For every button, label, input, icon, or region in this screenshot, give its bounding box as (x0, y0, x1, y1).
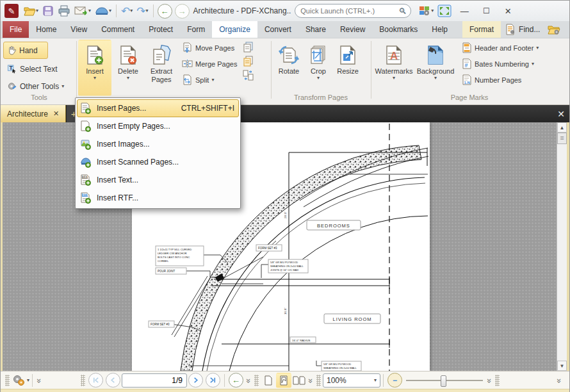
ribbon-tab-format[interactable]: Format (462, 21, 501, 38)
print-button[interactable] (56, 3, 72, 19)
facing-pages-layout-button[interactable] (291, 373, 307, 388)
toolbar-grip[interactable] (316, 375, 321, 386)
menu-item-insert-rtf[interactable]: RTF Insert RTF... (77, 189, 239, 207)
toolbar-grip[interactable] (81, 375, 85, 386)
toolbar-grip[interactable] (5, 375, 10, 386)
minimize-button[interactable]: — (453, 3, 475, 19)
ribbon-tab-form[interactable]: Form (180, 21, 212, 38)
scroll-down-button[interactable]: ▼ (557, 361, 567, 371)
toolbar-grip[interactable] (254, 375, 259, 386)
resize-button[interactable]: Resize (332, 40, 363, 94)
status-options-button[interactable]: ▾ (12, 374, 29, 387)
rotate-button[interactable]: Rotate (273, 40, 304, 94)
open-button[interactable]: ▾ (21, 3, 40, 19)
move-pages-button[interactable]: Move Pages (179, 40, 240, 56)
tools-group: Hand T Select Text Other Tools ▾ Tools (3, 40, 75, 102)
continuous-layout-button[interactable] (276, 373, 291, 388)
header-and-footer-label: Header and Footer (475, 44, 533, 52)
select-text-button[interactable]: T Select Text (3, 60, 75, 78)
document-tab-close-icon[interactable]: ✕ (53, 110, 59, 118)
vertical-scrollbar[interactable]: ▲ ☰ ▼ (557, 122, 567, 371)
maximize-button[interactable]: ☐ (475, 3, 497, 19)
zoom-out-button[interactable]: − (387, 373, 402, 388)
ribbon-tab-review[interactable]: Review (333, 21, 372, 38)
menu-item-insert-pages[interactable]: Insert Pages... CTRL+SHIFT+I (77, 99, 239, 117)
delete-button[interactable]: Delete ▾ (111, 40, 145, 94)
zoom-combobox[interactable]: 100% ▾ (323, 373, 380, 388)
menu-item-insert-empty-pages[interactable]: Insert Empty Pages... (77, 117, 239, 135)
search-icon: 🔍︎ (398, 6, 407, 16)
zoom-slider[interactable] (406, 374, 483, 387)
first-page-button[interactable] (88, 373, 103, 388)
insert-button[interactable]: Insert ▾ (78, 40, 111, 96)
bates-numbering-button[interactable]: # Bates Numbering ▾ (459, 56, 541, 72)
email-button[interactable]: ▾ (72, 3, 93, 19)
page-number-field[interactable] (122, 373, 187, 388)
layout-options-chevron-icon[interactable]: » (307, 377, 315, 384)
pour-joint-callout: POUR JOINT (156, 268, 186, 274)
open-caret-icon: ▾ (36, 8, 38, 13)
menu-item-insert-text[interactable]: TXT Insert Text... (77, 171, 239, 189)
undo-button[interactable]: ↶ ▾ (119, 3, 134, 19)
quick-launch-box[interactable]: 🔍︎ (295, 4, 411, 18)
window-bottom-edge (1, 389, 569, 392)
scrollbar-thumb[interactable]: ☰ (557, 133, 567, 144)
previous-view-button[interactable]: ← (229, 373, 243, 388)
view-history-chevron-icon[interactable]: » (245, 377, 253, 384)
background-button[interactable]: Background ▾ (414, 40, 457, 94)
other-tools-caret-icon: ▾ (61, 84, 64, 89)
ribbon-tab-help[interactable]: Help (425, 21, 455, 38)
replace-pages-button[interactable] (241, 54, 255, 68)
swap-pages-button[interactable] (241, 68, 255, 82)
zoom-out-icon: − (393, 376, 397, 385)
watermarks-button[interactable]: A Watermarks ▾ (373, 40, 414, 94)
ribbon-tab-protect[interactable]: Protect (142, 21, 180, 38)
svg-text:POUR JOINT: POUR JOINT (158, 270, 175, 273)
previous-page-button[interactable] (106, 373, 120, 388)
ribbon-tab-bookmarks[interactable]: Bookmarks (372, 21, 425, 38)
duplicate-pages-button[interactable] (241, 40, 255, 54)
ribbon-tab-view[interactable]: View (63, 21, 94, 38)
last-page-button[interactable] (206, 373, 220, 388)
single-page-layout-button[interactable] (261, 373, 276, 388)
document-tab-architecture[interactable]: Architecture ✕ (1, 105, 66, 122)
find-button[interactable]: Find... (501, 24, 544, 35)
toolbar-grip[interactable] (495, 375, 500, 386)
ribbon-tab-organize[interactable]: Organize (212, 21, 257, 38)
header-and-footer-button[interactable]: Header and Footer ▾ (459, 40, 541, 56)
scroll-up-button[interactable]: ▲ (557, 122, 567, 133)
zoom-slider-thumb[interactable] (441, 375, 446, 387)
ribbon-tab-home[interactable]: Home (29, 21, 63, 38)
more-tools-chevron-icon[interactable]: » (35, 377, 44, 384)
ribbon-tab-share[interactable]: Share (298, 21, 333, 38)
save-button[interactable] (40, 3, 56, 19)
redo-button[interactable]: ↷ ▾ (134, 3, 150, 19)
menu-item-insert-images[interactable]: Insert Images... (77, 135, 239, 153)
fullscreen-button[interactable] (436, 3, 453, 19)
ribbon-tab-comment[interactable]: Comment (94, 21, 142, 38)
overflow-chevron-icon[interactable]: » (555, 377, 564, 384)
ui-options-button[interactable]: ▾ (416, 3, 436, 19)
quick-launch-input[interactable] (299, 6, 398, 15)
other-tools-button[interactable]: Other Tools ▾ (3, 78, 75, 95)
menu-item-insert-scanned-pages[interactable]: Insert Scanned Pages... (77, 153, 239, 171)
scan-button[interactable]: ▾ (93, 3, 113, 19)
search-files-button[interactable] (544, 24, 564, 35)
close-pane-button[interactable]: ✕ (553, 105, 569, 122)
merge-pages-button[interactable]: Merge Pages (179, 56, 240, 72)
close-button[interactable]: ✕ (497, 3, 519, 19)
collapse-ribbon-button[interactable]: ⌃ (564, 25, 570, 34)
history-back-button[interactable]: ← (158, 4, 172, 19)
next-page-button[interactable] (188, 373, 203, 388)
ribbon-tab-file[interactable]: File (3, 21, 29, 38)
history-forward-button[interactable]: → (175, 4, 190, 19)
zoom-options-chevron-icon[interactable]: » (485, 377, 494, 384)
ribbon-tab-convert[interactable]: Convert (257, 21, 298, 38)
status-options-caret-icon: ▾ (27, 378, 29, 383)
svg-text:5/8" GR B/U PLYWOOD: 5/8" GR B/U PLYWOOD (323, 363, 351, 366)
extract-pages-button[interactable]: Extract Pages (145, 40, 178, 94)
split-button[interactable]: Split ▾ (179, 72, 240, 88)
hand-tool-button[interactable]: Hand (3, 42, 48, 59)
crop-button[interactable]: Crop ▾ (304, 40, 332, 94)
number-pages-button[interactable]: 1.N Number Pages (459, 72, 541, 88)
